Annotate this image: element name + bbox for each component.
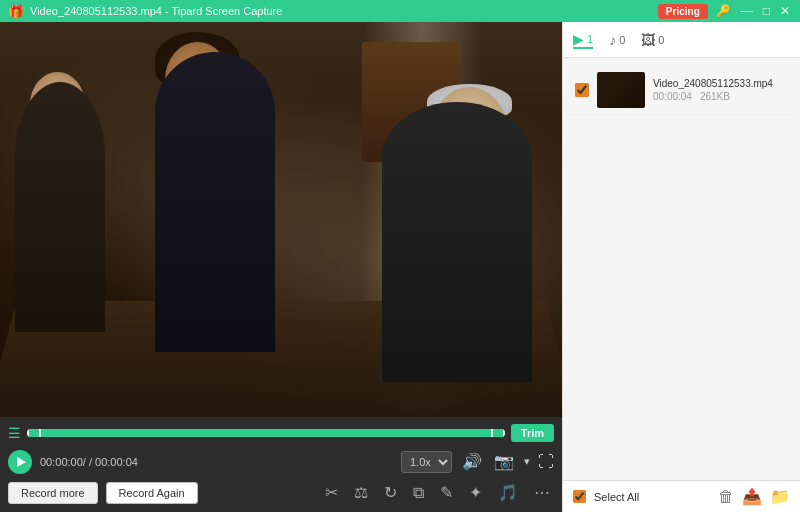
enhance-icon[interactable]: ✦ [465,483,486,502]
maximize-button[interactable]: □ [761,4,772,18]
record-again-button[interactable]: Record Again [106,482,198,504]
right-panel-tabs: ▶ 1 ♪ 0 🖼 0 [563,22,800,58]
minimize-button[interactable]: — [739,4,755,18]
video-tab-icon: ▶ [573,31,584,47]
left-panel: ☰ Trim 00:00:00/ / 00:00:04 0.5x [0,22,562,512]
timeline-list-icon[interactable]: ☰ [8,425,21,441]
timeline-handle-left[interactable] [27,429,41,437]
close-button[interactable]: ✕ [778,4,792,18]
fullscreen-icon[interactable]: ⛶ [538,453,554,471]
folder-icon[interactable]: 📁 [770,487,790,506]
key-icon[interactable]: 🔑 [714,4,733,18]
volume-icon[interactable]: 🔊 [460,452,484,471]
tab-video[interactable]: ▶ 1 [573,31,593,49]
media-size: 261KB [700,91,730,102]
person-center-body [155,52,275,352]
camera-dropdown-icon[interactable]: ▾ [524,455,530,468]
time-current: 00:00:00 [40,456,83,468]
play-button[interactable] [8,450,32,474]
video-frame [0,22,562,417]
select-all-label: Select All [594,491,639,503]
trim-button[interactable]: Trim [511,424,554,442]
bottom-toolbar: Select All 🗑 📤 📁 [563,480,800,512]
adjust-icon[interactable]: ⚖ [350,483,372,502]
audio-edit-icon[interactable]: 🎵 [494,483,522,502]
more-icon[interactable]: ⋯ [530,483,554,502]
thumb-scene [597,72,645,108]
right-panel: ▶ 1 ♪ 0 🖼 0 Video_240805112533.mp4 [562,22,800,512]
select-all-checkbox[interactable] [573,490,586,503]
main-area: ☰ Trim 00:00:00/ / 00:00:04 0.5x [0,22,800,512]
list-item: Video_240805112533.mp4 00:00:04 261KB [571,66,792,115]
video-area [0,22,562,417]
split-icon[interactable]: ⧉ [409,484,428,502]
controls-bar: ☰ Trim 00:00:00/ / 00:00:04 0.5x [0,417,562,512]
camera-icon[interactable]: 📷 [492,452,516,471]
cut-icon[interactable]: ✂ [321,483,342,502]
time-display: 00:00:00/ / 00:00:04 [40,456,138,468]
media-thumbnail [597,72,645,108]
titlebar-left: 🎁 Video_240805112533.mp4 - Tipard Screen… [8,4,282,19]
gift-icon: 🎁 [8,4,24,19]
timeline-track[interactable] [27,429,505,437]
media-filename: Video_240805112533.mp4 [653,78,788,89]
record-more-button[interactable]: Record more [8,482,98,504]
action-row: Record more Record Again ✂ ⚖ ↻ ⧉ ✎ ✦ 🎵 ⋯ [8,480,554,506]
rotate-icon[interactable]: ↻ [380,483,401,502]
media-duration: 00:00:04 [653,91,692,102]
titlebar-right: Pricing 🔑 — □ ✕ [658,4,792,19]
time-total: / 00:00:04 [89,456,138,468]
tab-image[interactable]: 🖼 0 [641,32,664,48]
media-info: Video_240805112533.mp4 00:00:04 261KB [653,78,788,102]
audio-tab-icon: ♪ [609,32,616,48]
timeline-handle-right[interactable] [491,429,505,437]
play-icon [17,457,26,467]
export-icon[interactable]: 📤 [742,487,762,506]
image-tab-icon: 🖼 [641,32,655,48]
delete-icon[interactable]: 🗑 [718,488,734,506]
edit-icon[interactable]: ✎ [436,483,457,502]
media-meta: 00:00:04 261KB [653,91,788,102]
pricing-button[interactable]: Pricing [658,4,708,19]
trim-row: ☰ Trim [8,423,554,444]
media-list: Video_240805112533.mp4 00:00:04 261KB [563,58,800,480]
titlebar: 🎁 Video_240805112533.mp4 - Tipard Screen… [0,0,800,22]
titlebar-title: Video_240805112533.mp4 - Tipard Screen C… [30,5,282,17]
playback-row: 00:00:00/ / 00:00:04 0.5x 1.0x 1.5x 2.0x… [8,449,554,475]
speed-selector[interactable]: 0.5x 1.0x 1.5x 2.0x [401,451,452,473]
timeline-fill [27,429,505,437]
person-right-body [382,102,532,382]
tab-audio[interactable]: ♪ 0 [609,32,625,48]
media-item-checkbox[interactable] [575,83,589,97]
person-left-body [15,82,105,332]
